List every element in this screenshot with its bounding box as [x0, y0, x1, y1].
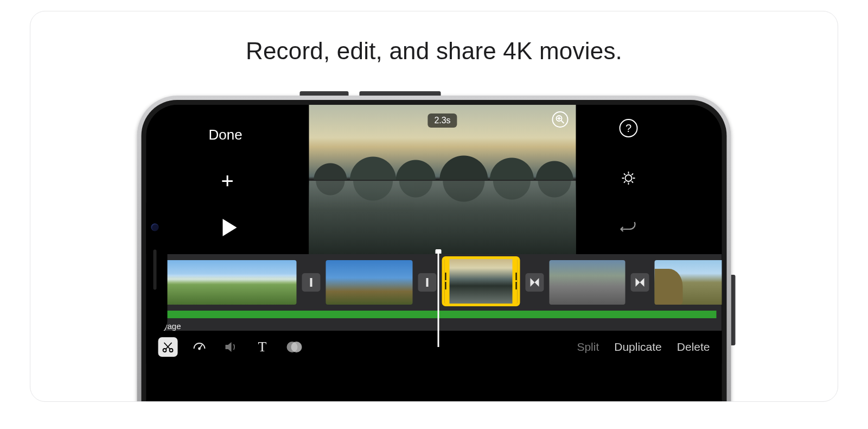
svg-rect-6 [426, 278, 429, 287]
speed-tool-icon[interactable] [190, 337, 209, 357]
left-controls: Done + [146, 105, 309, 254]
app-screen: Done + 2.3s [146, 105, 722, 402]
timeline-clip[interactable] [655, 260, 722, 305]
phone-frame: Done + 2.3s [137, 96, 731, 402]
timeline-clip[interactable] [326, 260, 413, 305]
volume-tool-icon[interactable] [221, 337, 241, 357]
trim-handle-right[interactable] [513, 259, 520, 304]
playhead[interactable] [438, 251, 439, 347]
done-button[interactable]: Done [209, 127, 242, 143]
trim-handle-left[interactable] [442, 259, 450, 304]
marketing-headline: Record, edit, and share 4K movies. [30, 37, 838, 65]
svg-rect-5 [310, 278, 312, 287]
timeline-clip[interactable] [550, 260, 626, 305]
delete-button[interactable]: Delete [677, 340, 710, 354]
timeline-clip[interactable] [442, 256, 520, 306]
duplicate-button[interactable]: Duplicate [614, 340, 662, 354]
titles-tool-icon[interactable]: T [253, 337, 272, 357]
svg-line-1 [561, 121, 564, 123]
transition-button[interactable] [302, 273, 321, 292]
bottom-toolbar: T Split Duplicate Delete [146, 331, 722, 363]
svg-point-4 [626, 175, 632, 181]
help-icon[interactable]: ? [620, 119, 638, 137]
filters-tool-icon[interactable] [284, 337, 304, 357]
cut-tool-icon[interactable] [158, 337, 178, 357]
undo-icon[interactable] [620, 219, 638, 237]
add-media-button[interactable]: + [221, 170, 234, 192]
timeline-clip[interactable] [163, 260, 297, 305]
transition-button[interactable] [631, 273, 649, 292]
audio-track[interactable] [152, 311, 717, 318]
transition-button[interactable] [418, 273, 437, 292]
play-button[interactable] [223, 219, 237, 236]
split-button[interactable]: Split [577, 340, 599, 354]
transition-button[interactable] [526, 273, 544, 292]
right-controls: ? [576, 105, 722, 254]
settings-icon[interactable] [620, 169, 638, 187]
zoom-icon[interactable] [552, 111, 569, 128]
phone-notch [146, 203, 168, 336]
marketing-card: Record, edit, and share 4K movies. Done … [30, 11, 838, 402]
timeline[interactable]: Voyage [146, 254, 722, 331]
clip-duration-badge: 2.3s [427, 113, 457, 128]
preview-viewer[interactable]: 2.3s [309, 105, 576, 254]
svg-point-12 [199, 348, 200, 350]
